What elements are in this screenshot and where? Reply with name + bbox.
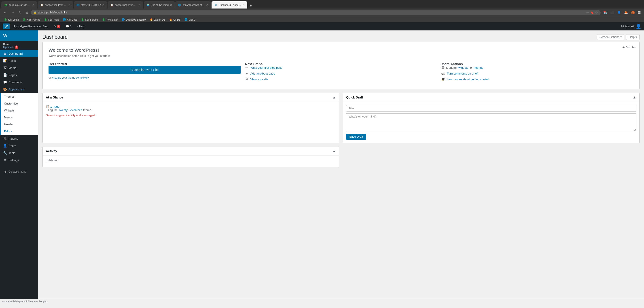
ghdb-icon: 🔥 [169,18,172,21]
updates-item[interactable]: ↻ 1 [52,25,62,28]
tab-1[interactable]: 🐉 Kali Linux, an Offensive Se ✕ [1,1,37,9]
next-steps-heading: Next Steps [245,62,437,66]
dismiss-button[interactable]: ⊗ Dismiss [622,46,636,49]
change-theme-link[interactable]: change your theme completely [52,76,89,79]
settings-icon: ⚙ [3,158,7,162]
comments-menu-icon: 💬 [3,80,7,84]
appearance-dropdown: Themes Customise Widgets Menus Header Ed… [0,93,38,135]
bookmark-offensive-security[interactable]: 🌐 Offensive Security [120,18,147,22]
tab-3-close[interactable]: ✕ [102,3,104,7]
tab-1-close[interactable]: ✕ [32,3,34,7]
tab-5-close[interactable]: ✕ [170,3,172,7]
quick-draft-toggle[interactable]: ▲ [632,95,636,99]
quick-draft-title: Quick Draft [346,96,363,99]
sidebar-collapse-menu[interactable]: ◀ Collapse menu [0,168,38,175]
screen-options-label: Screen Options [600,35,620,39]
at-a-glance-toggle[interactable]: ▲ [332,95,336,99]
bookmark-exploit-db[interactable]: 🔥 Exploit-DB [148,18,167,22]
tab-6-close[interactable]: ✕ [206,3,208,7]
new-tab-button[interactable]: + [248,3,253,9]
appearance-customise[interactable]: Customise [1,100,38,107]
appearance-themes[interactable]: Themes [1,93,38,100]
star-icon: ☆ [595,11,598,14]
sidebar-item-dashboard[interactable]: ⊞ Dashboard [0,50,38,57]
comments-item[interactable]: 💬 0 [64,25,73,28]
back-button[interactable]: ← [2,10,8,15]
users-icon: 👤 [3,144,7,148]
bookmark-kali-training[interactable]: 🐉 Kali Training [21,18,42,22]
site-name-item[interactable]: Apocalypse Preparation Blog [12,25,50,28]
page-title: Dashboard [42,34,68,40]
appearance-menus[interactable]: Menus [1,114,38,121]
activity-toggle[interactable]: ▲ [332,149,336,153]
draft-title-input[interactable] [346,105,636,112]
sidebar-item-posts[interactable]: 📝 Posts [0,57,38,64]
add-about-page-link[interactable]: + Add an About page [245,72,437,75]
tab-4[interactable]: 📋 Apocalypse Preparation B ✕ [108,1,143,9]
bookmark-msfu[interactable]: 🌐 MSFU [183,18,197,22]
tab-3[interactable]: 🌐 http://10.10.10.46/ ✕ [74,1,107,9]
tab-2-close[interactable]: ✕ [68,3,71,7]
more-actions-heading: More Actions [442,62,634,66]
reload-button[interactable]: ↻ [18,10,23,15]
sidebar-media-label: Media [8,66,16,70]
widgets-link[interactable]: widgets [458,66,468,69]
theme-link[interactable]: Twenty Seventeen [58,108,83,112]
sidebar-pages-label: Pages [8,73,17,77]
bookmark-msfu-label: MSFU [188,18,196,21]
sidebar-item-tools[interactable]: 🔧 Tools [0,149,38,156]
bookmark-kali-docs[interactable]: 🌐 Kali Docs [61,18,79,22]
tab-7-close[interactable]: ✕ [242,3,245,7]
tab-5[interactable]: 🌍 End of the world ✕ [144,1,175,9]
draft-body-input[interactable] [346,113,636,131]
bookmark-kali-forums[interactable]: 🐉 Kali Forums [80,18,100,22]
menu-button[interactable]: ☰ [637,10,642,15]
forward-button[interactable]: → [10,10,16,15]
new-item[interactable]: + New [76,25,86,28]
bookmark-kali-linux[interactable]: 🐉 Kali Linux [2,18,20,22]
view-site-link[interactable]: 🖥 View your site [245,78,437,81]
avatar-button[interactable]: 🦊 [623,10,629,15]
turn-comments-link[interactable]: 💬 Turn comments on or off [442,72,634,75]
appearance-widgets[interactable]: Widgets [1,107,38,114]
help-button[interactable]: Help ▾ [626,34,640,40]
tab-2[interactable]: 📋 Apocalypse Preparation B ✕ [38,1,73,9]
collapse-icon: ◀ [3,170,7,173]
menus-link[interactable]: menus [474,66,483,69]
address-input[interactable] [38,11,585,14]
sidebar-item-comments[interactable]: 💬 Comments [0,79,38,86]
bookmark-kali-tools[interactable]: 🐉 Kali Tools [42,18,60,22]
tab-4-close[interactable]: ✕ [138,3,141,7]
profile-button[interactable]: 👤 [616,10,622,15]
address-bar[interactable]: 🔒 ⋯ 🔖 ☆ [31,10,600,15]
sidebar-item-pages[interactable]: 📄 Pages [0,71,38,79]
tab-6[interactable]: 🌐 http://apocalyst.htb/Right ✕ [175,1,211,9]
sync-button[interactable]: ⬛ [609,10,615,15]
appearance-icon: 🎨 [3,88,7,91]
at-a-glance-title: At a Glance [46,96,63,99]
bookmark-ghdb[interactable]: 🔥 GHDB [168,18,182,22]
sidebar-item-settings[interactable]: ⚙ Settings [0,156,38,164]
tab-3-title: http://10.10.10.46/ [81,4,101,6]
sidebar-item-users[interactable]: 👤 Users [0,142,38,149]
or-change-theme: or, change your theme completely [48,76,240,79]
tab-7[interactable]: ⚙️ Dashboard ‹ Apocalypse P ✕ [212,1,247,9]
sidebar-item-media[interactable]: 🖼 Media [0,64,38,71]
sidebar-item-appearance[interactable]: 🎨 Appearance [0,86,38,93]
posts-icon: 📝 [3,59,7,63]
basketball-button[interactable]: 🏀 [630,10,636,15]
turn-comments-label: Turn comments on or off [447,72,478,75]
wp-logo[interactable]: W [3,24,10,29]
save-draft-button[interactable]: Save Draft [346,134,366,140]
sidebar-item-plugins[interactable]: 🔌 Plugins [0,135,38,142]
pages-count-link[interactable]: 1 Page [50,105,60,108]
customise-site-button[interactable]: Customise Your Site [48,66,240,74]
library-button[interactable]: 📚 [602,10,608,15]
write-blog-post-link[interactable]: ✏ Write your first blog post [245,66,437,69]
home-button[interactable]: ⌂ [24,10,29,15]
getting-started-link[interactable]: 🎓 Learn more about getting started [442,78,634,81]
appearance-header[interactable]: Header [1,121,38,128]
appearance-editor[interactable]: Editor [1,128,38,135]
bookmark-nethunter[interactable]: 🐉 NetHunter [100,18,120,22]
screen-options-button[interactable]: Screen Options ▾ [597,34,624,40]
